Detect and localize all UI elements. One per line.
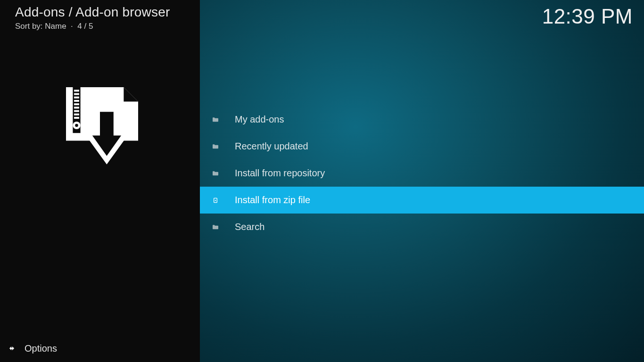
list-item-label: My add-ons xyxy=(235,114,284,125)
sort-line: Sort by: Name · 4 / 5 xyxy=(15,22,200,31)
options-arrows-icon xyxy=(7,343,17,354)
svg-rect-9 xyxy=(74,117,79,119)
list-item-label: Install from repository xyxy=(235,168,325,179)
svg-rect-3 xyxy=(74,97,79,99)
clock: 12:39 PM xyxy=(542,5,633,28)
sidebar: Add-ons / Add-on browser Sort by: Name ·… xyxy=(0,0,200,362)
list-item-label: Recently updated xyxy=(235,141,308,152)
list-item[interactable]: Install from zip file xyxy=(200,187,644,214)
header: Add-ons / Add-on browser Sort by: Name ·… xyxy=(0,0,200,31)
svg-rect-13 xyxy=(215,200,216,201)
addon-list: My add-onsRecently updatedInstall from r… xyxy=(200,106,644,240)
file-icon xyxy=(211,196,220,205)
svg-rect-7 xyxy=(74,110,79,112)
svg-rect-5 xyxy=(74,103,79,105)
svg-rect-4 xyxy=(74,100,79,102)
list-item[interactable]: My add-ons xyxy=(200,106,644,133)
folder-icon xyxy=(211,223,220,231)
folder-icon xyxy=(211,115,220,124)
svg-rect-8 xyxy=(74,114,79,115)
list-item-label: Search xyxy=(235,222,264,232)
content-area: 12:39 PM My add-onsRecently updatedInsta… xyxy=(200,0,644,362)
svg-rect-2 xyxy=(74,93,79,95)
sort-separator: · xyxy=(71,22,73,31)
svg-rect-6 xyxy=(74,107,79,108)
list-item-label: Install from zip file xyxy=(235,195,310,206)
svg-rect-1 xyxy=(74,90,79,91)
folder-icon xyxy=(211,142,220,151)
list-item[interactable]: Search xyxy=(200,214,644,240)
svg-point-11 xyxy=(75,124,78,127)
zip-download-icon xyxy=(0,83,200,168)
list-item[interactable]: Install from repository xyxy=(200,160,644,187)
breadcrumb: Add-ons / Add-on browser xyxy=(15,5,200,20)
options-button[interactable]: Options xyxy=(0,339,57,357)
list-item[interactable]: Recently updated xyxy=(200,133,644,160)
folder-icon xyxy=(211,169,220,178)
sort-label: Sort by: Name xyxy=(15,22,66,31)
list-position: 4 / 5 xyxy=(77,22,93,31)
options-label: Options xyxy=(25,343,57,354)
